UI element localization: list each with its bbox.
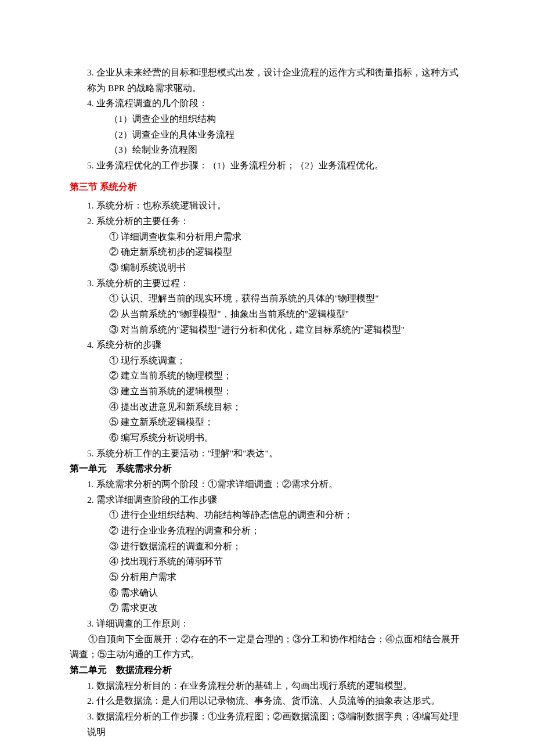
item-text: 系统分析：也称系统逻辑设计。 bbox=[96, 200, 226, 210]
item-number: 1. bbox=[87, 479, 94, 489]
sub-item: ⑤ 建立新系统逻辑模型； bbox=[70, 415, 464, 430]
sub-item: ⑥ 需求确认 bbox=[70, 585, 464, 601]
item-text: 系统需求分析的两个阶段：①需求详细调查；②需求分析。 bbox=[96, 479, 338, 489]
list-item: 4. 系统分析的步骤 bbox=[70, 337, 464, 353]
item-number: 5. bbox=[87, 160, 94, 170]
sub-item: （1）调查企业的组织结构 bbox=[70, 111, 464, 127]
list-item: 3. 详细调查的工作原则： bbox=[70, 616, 464, 632]
item-number: 4. bbox=[87, 98, 94, 108]
item-text: 详细调查的工作原则： bbox=[96, 618, 189, 628]
item-number: 2. bbox=[87, 495, 94, 505]
list-item: 1. 系统需求分析的两个阶段：①需求详细调查；②需求分析。 bbox=[70, 477, 464, 492]
item-text: 业务流程优化的工作步骤：（1）业务流程分析；（2）业务流程优化。 bbox=[96, 160, 384, 170]
list-item: 3. 企业从未来经营的目标和理想模式出发，设计企业流程的运作方式和衡量指标，这种… bbox=[70, 65, 464, 96]
list-item: 5. 业务流程优化的工作步骤：（1）业务流程分析；（2）业务流程优化。 bbox=[70, 158, 464, 174]
item-number: 1. bbox=[87, 681, 94, 690]
list-item: 1. 数据流程分析目的：在业务流程分析的基础上，勾画出现行系统的逻辑模型。 bbox=[70, 678, 464, 694]
sub-item: ③ 对当前系统的"逻辑模型"进行分析和优化，建立目标系统的"逻辑模型" bbox=[70, 322, 464, 338]
sub-item: ② 确定新系统初步的逻辑模型 bbox=[70, 244, 464, 260]
section-title: 第三节 系统分析 bbox=[70, 179, 464, 195]
item-number: 3. bbox=[87, 67, 94, 77]
document-page: 3. 企业从未来经营的目标和理想模式出发，设计企业流程的运作方式和衡量指标，这种… bbox=[0, 0, 534, 756]
sub-item: ③ 进行数据流程的调查和分析； bbox=[70, 539, 464, 555]
list-item: 1. 系统分析：也称系统逻辑设计。 bbox=[70, 198, 464, 214]
item-text: 企业从未来经营的目标和理想模式出发，设计企业流程的运作方式和衡量指标，这种方式称… bbox=[87, 67, 459, 93]
item-text: 需求详细调查阶段的工作步骤 bbox=[96, 495, 217, 505]
sub-item: ④ 提出改进意见和新系统目标； bbox=[70, 399, 464, 415]
item-text: 系统分析的主要过程： bbox=[96, 278, 189, 288]
sub-item: ② 从当前系统的"物理模型"，抽象出当前系统的"逻辑模型" bbox=[70, 307, 464, 322]
sub-item: ② 建立当前系统的物理模型； bbox=[70, 368, 464, 384]
sub-item: （2）调查企业的具体业务流程 bbox=[70, 127, 464, 143]
list-item: 4. 业务流程调查的几个阶段： bbox=[70, 96, 464, 111]
item-number: 2. bbox=[87, 216, 94, 226]
item-text: 业务流程调查的几个阶段： bbox=[96, 98, 208, 108]
item-number: 3. bbox=[87, 711, 94, 721]
list-item: 2. 系统分析的主要任务： bbox=[70, 214, 464, 229]
sub-item: ③ 建立当前系统的逻辑模型； bbox=[70, 384, 464, 399]
list-item: 3. 系统分析的主要过程： bbox=[70, 276, 464, 291]
list-item: 3. 数据流程分析的工作步骤：①业务流程图；②画数据流图；③编制数据字典；④编写… bbox=[70, 709, 464, 740]
item-number: 3. bbox=[87, 618, 94, 628]
sub-item: ① 认识、理解当前的现实环境，获得当前系统的具体的"物理模型" bbox=[70, 291, 464, 307]
unit-title: 第一单元 系统需求分析 bbox=[70, 461, 464, 477]
item-number: 1. bbox=[87, 200, 94, 210]
item-number: 3. bbox=[87, 278, 94, 288]
sub-item: ④ 找出现行系统的薄弱环节 bbox=[70, 554, 464, 570]
item-number: 5. bbox=[87, 448, 94, 458]
sub-item: ① 现行系统调查； bbox=[70, 353, 464, 369]
item-number: 2. bbox=[87, 696, 94, 705]
sub-item: ⑤ 分析用户需求 bbox=[70, 570, 464, 585]
sub-item: ① 详细调查收集和分析用户需求 bbox=[70, 229, 464, 245]
list-item: 5. 系统分析工作的主要活动："理解"和"表达"。 bbox=[70, 446, 464, 462]
list-item: 2. 什么是数据流：是人们用以记录物流、事务流、货币流、人员流等的抽象表达形式。 bbox=[70, 693, 464, 709]
sub-item: ⑥ 编写系统分析说明书。 bbox=[70, 430, 464, 446]
item-text: 数据流程分析的工作步骤：①业务流程图；②画数据流图；③编制数据字典；④编写处理说… bbox=[87, 711, 459, 737]
sub-item: ② 进行企业业务流程的调查和分析； bbox=[70, 523, 464, 539]
item-text: 系统分析的主要任务： bbox=[96, 216, 189, 226]
item-text: 数据流程分析目的：在业务流程分析的基础上，勾画出现行系统的逻辑模型。 bbox=[96, 681, 412, 690]
list-item: 2. 需求详细调查阶段的工作步骤 bbox=[70, 492, 464, 508]
item-text: 系统分析的步骤 bbox=[96, 340, 161, 350]
sub-item: ③ 编制系统说明书 bbox=[70, 260, 464, 276]
unit-title: 第二单元 数据流程分析 bbox=[70, 663, 464, 678]
item-text: 系统分析工作的主要活动："理解"和"表达"。 bbox=[96, 448, 278, 458]
sub-item: （3）绘制业务流程图 bbox=[70, 142, 464, 158]
paragraph: ①自顶向下全面展开；②存在的不一定是合理的；③分工和协作相结合；④点面相结合展开… bbox=[70, 632, 464, 663]
item-text: 什么是数据流：是人们用以记录物流、事务流、货币流、人员流等的抽象表达形式。 bbox=[96, 696, 440, 705]
sub-item: ⑦ 需求更改 bbox=[70, 600, 464, 616]
item-number: 4. bbox=[87, 340, 94, 350]
sub-item: ① 进行企业组织结构、功能结构等静态信息的调查和分析； bbox=[70, 507, 464, 523]
